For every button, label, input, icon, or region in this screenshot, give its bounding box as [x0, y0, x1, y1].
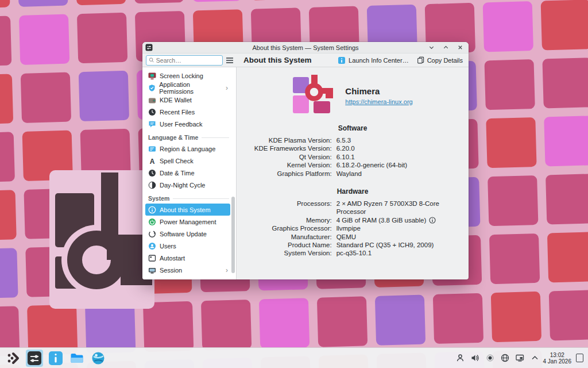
info-value: 6.20.0	[336, 144, 355, 152]
info-row: Product Name:Standard PC (Q35 + ICH9, 20…	[237, 241, 469, 249]
sidebar-item-screen-locking[interactable]: Screen Locking	[145, 70, 230, 82]
sidebar-item-label: KDE Wallet	[160, 97, 192, 103]
tray-volume-icon	[470, 353, 480, 363]
tray-user-icon	[455, 353, 465, 363]
hamburger-menu-icon[interactable]	[225, 56, 234, 65]
sidebar-item-users[interactable]: Users	[145, 240, 230, 252]
sidebar-item-label: About this System	[160, 206, 211, 213]
wallpaper-tile	[17, 0, 68, 7]
wallpaper-tile	[75, 0, 126, 5]
app-launcher-icon	[6, 351, 21, 366]
sidebar-item-label: Power Management	[160, 218, 216, 225]
wallpaper-tile	[544, 116, 588, 166]
chevron-right-icon: ›	[226, 267, 228, 274]
search-box[interactable]	[146, 55, 223, 66]
tray-icon-clipboard[interactable]	[515, 353, 525, 363]
wallpaper-tile	[0, 248, 18, 298]
tray-chevron-icon	[530, 353, 540, 363]
sidebar-list: Screen LockingApplication Permissions›KD…	[145, 70, 230, 276]
desktop: About this System — System Settings Abou…	[0, 0, 588, 368]
wallpaper-tile	[488, 175, 538, 226]
copy-details-button[interactable]: Copy Details	[417, 56, 463, 64]
info-value: llvmpipe	[336, 224, 361, 232]
hardware-rows: Processors:2 × AMD Ryzen 7 5700X3D 8-Cor…	[237, 200, 469, 258]
sidebar-item-application-permissions[interactable]: Application Permissions›	[145, 82, 230, 94]
file-manager-icon	[69, 351, 84, 366]
tray-media-icon	[485, 353, 495, 363]
sidebar-scrollbar[interactable]	[231, 197, 235, 273]
maximize-icon[interactable]	[442, 44, 450, 52]
show-desktop-button[interactable]	[576, 354, 583, 362]
sidebar-item-region-language[interactable]: Region & Language	[145, 143, 230, 155]
sidebar-item-kde-wallet[interactable]: KDE Wallet	[145, 94, 230, 106]
info-row: Kernel Version:6.18.2-0-generic (64-bit)	[237, 161, 469, 169]
section-label: System	[148, 195, 169, 202]
taskbar-app-launcher[interactable]	[5, 350, 22, 367]
distro-link[interactable]: https://chimera-linux.org	[345, 98, 412, 105]
section-label: Language & Time	[148, 134, 198, 141]
sidebar-item-autostart[interactable]: Autostart	[145, 252, 230, 264]
digital-clock[interactable]: 13:02 4 Jan 2026	[543, 352, 572, 365]
search-input[interactable]	[156, 57, 220, 64]
taskbar-system-settings[interactable]	[26, 350, 43, 367]
sidebar-item-label: Region & Language	[160, 145, 215, 152]
sidebar-item-recent-files[interactable]: Recent Files	[145, 106, 230, 118]
autostart-icon	[148, 254, 156, 262]
sidebar-item-session[interactable]: Session›	[145, 264, 230, 276]
wallpaper-tile	[546, 174, 588, 224]
info-row: System Version:pc-q35-10.1	[237, 249, 469, 257]
wallpaper-tile	[549, 290, 588, 340]
sidebar-item-date-time[interactable]: Date & Time	[145, 167, 230, 179]
clock-date: 4 Jan 2026	[543, 358, 572, 365]
minimize-icon[interactable]	[427, 44, 435, 52]
clock-time: 13:02	[550, 352, 564, 358]
sidebar-section-language-time: Language & Time	[148, 134, 229, 141]
hardware-heading: Hardware	[237, 187, 469, 195]
info-value: 6.5.3	[336, 136, 351, 144]
copy-icon	[417, 56, 424, 64]
chevron-right-icon: ›	[226, 85, 228, 91]
tray-icon-expand[interactable]	[530, 353, 540, 363]
search-icon	[149, 57, 154, 63]
sidebar-item-spell-check[interactable]: ASpell Check	[145, 155, 230, 167]
sidebar-item-about-this-system[interactable]: About this System	[145, 204, 230, 216]
titlebar[interactable]: About this System — System Settings	[142, 42, 469, 53]
launch-info-center-button[interactable]: Launch Info Center…	[338, 56, 409, 64]
info-label: Kernel Version:	[237, 161, 334, 169]
tray-icon-network[interactable]	[500, 353, 510, 363]
software-rows: KDE Plasma Version:6.5.3KDE Frameworks V…	[237, 136, 469, 178]
tray-icon-volume[interactable]	[470, 353, 480, 363]
region-language-icon	[148, 145, 156, 153]
sidebar-item-label: Day-Night Cycle	[160, 182, 205, 189]
sidebar-item-label: Session	[160, 267, 182, 274]
close-icon[interactable]	[456, 44, 464, 52]
info-center-icon	[338, 56, 346, 64]
kde-wallet-icon	[148, 96, 156, 104]
svg-text:A: A	[150, 157, 155, 165]
taskbar-info-center[interactable]	[47, 350, 64, 367]
info-label: Memory:	[237, 216, 334, 224]
wallpaper-tile	[547, 232, 588, 282]
wallpaper-tile	[317, 296, 368, 347]
tray-icon-user[interactable]	[455, 353, 465, 363]
taskbar-file-manager[interactable]	[68, 350, 86, 367]
sidebar-item-day-night-cycle[interactable]: Day-Night Cycle	[145, 179, 230, 191]
info-label: Product Name:	[237, 241, 334, 249]
sidebar-item-software-update[interactable]: Software Update	[145, 228, 230, 240]
sidebar-item-user-feedback[interactable]: User Feedback	[145, 118, 230, 130]
info-value: 4 GiB of RAM (3.8 GiB usable)	[336, 216, 427, 224]
info-value: QEMU	[336, 233, 357, 241]
taskbar-web-browser[interactable]	[90, 350, 107, 367]
web-browser-icon	[91, 351, 106, 366]
info-label: KDE Plasma Version:	[237, 136, 334, 144]
sidebar-item-power-management[interactable]: Power Management	[145, 216, 230, 228]
wallpaper-tile	[489, 233, 540, 284]
wallpaper-tile	[0, 190, 17, 240]
info-label: Qt Version:	[237, 153, 334, 161]
wallpaper-tile	[542, 57, 588, 108]
info-icon[interactable]	[429, 217, 436, 224]
tray-icon-media[interactable]	[485, 353, 495, 363]
wallpaper-tile	[0, 0, 10, 9]
info-row: Memory:4 GiB of RAM (3.8 GiB usable)	[237, 216, 469, 224]
info-label: Graphics Platform:	[237, 170, 334, 178]
